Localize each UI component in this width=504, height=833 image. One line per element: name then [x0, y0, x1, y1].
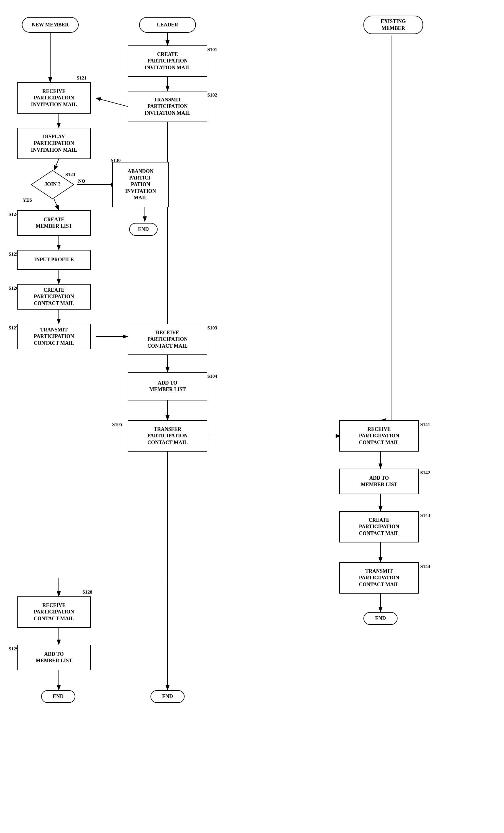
existing-member-node: EXISTINGMEMBER	[363, 16, 423, 34]
end-left: END	[41, 690, 75, 703]
s144-transmit-contact-mail: TRANSMITPARTICIPATIONCONTACT MAIL	[339, 562, 419, 594]
s121-receive-invitation-mail: RECEIVEPARTICIPATIONINVITATION MAIL	[17, 82, 91, 114]
s123-join-diamond: JOIN ?	[30, 169, 75, 200]
s130-abandon-mail: ABANDONPARTICI-PATIONINVITATIONMAIL	[112, 162, 169, 207]
s104-add-member-list: ADD TOMEMBER LIST	[128, 372, 207, 401]
s144-label: S144	[420, 564, 430, 569]
end-center: END	[150, 690, 185, 703]
s101-label: S101	[207, 47, 217, 52]
yes-label: YES	[23, 197, 32, 203]
s128-label: S128	[82, 589, 92, 595]
s122-display-invitation-mail: DISPLAYPARTICIPATIONINVITATION MAIL	[17, 128, 91, 159]
s124-create-member-list: CREATEMEMBER LIST	[17, 210, 91, 236]
end-s130: END	[129, 223, 158, 236]
no-label: NO	[78, 178, 86, 184]
s105-label: S105	[112, 422, 122, 427]
s128-receive-contact-mail: RECEIVEPARTICIPATIONCONTACT MAIL	[17, 596, 91, 628]
s103-receive-contact-mail: RECEIVEPARTICIPATIONCONTACT MAIL	[128, 324, 207, 355]
s129-add-member-list: ADD TOMEMBER LIST	[17, 645, 91, 670]
s126-create-contact-mail: CREATEPARTICIPATIONCONTACT MAIL	[17, 284, 91, 310]
arrows-svg	[0, 0, 504, 833]
s102-transmit-invitation-mail: TRANSMITPARTICIPATIONINVITATION MAIL	[128, 91, 207, 122]
end-s144: END	[363, 612, 398, 625]
svg-line-6	[54, 159, 59, 170]
s143-label: S143	[420, 513, 430, 518]
svg-line-4	[96, 98, 128, 106]
s141-label: S141	[420, 422, 430, 427]
s143-create-contact-mail: CREATEPARTICIPATIONCONTACT MAIL	[339, 511, 419, 543]
flowchart-diagram: NEW MEMBER LEADER EXISTINGMEMBER S101 CR…	[0, 0, 504, 833]
s141-receive-contact-mail: RECEIVEPARTICIPATIONCONTACT MAIL	[339, 420, 419, 452]
s102-label: S102	[207, 92, 217, 98]
s125-input-profile: INPUT PROFILE	[17, 250, 91, 270]
s121-label: S121	[77, 75, 87, 81]
s103-label: S103	[207, 325, 217, 331]
s101-create-invitation-mail: CREATEPARTICIPATIONINVITATION MAIL	[128, 45, 207, 77]
s142-add-member-list: ADD TOMEMBER LIST	[339, 469, 419, 494]
svg-line-9	[54, 199, 59, 210]
s127-transmit-contact-mail: TRANSMITPARTICIPATIONCONTACT MAIL	[17, 324, 91, 349]
new-member-node: NEW MEMBER	[22, 17, 79, 33]
s105-transfer-contact-mail: TRANSFERPARTICIPATIONCONTACT MAIL	[128, 420, 207, 452]
s104-label: S104	[207, 374, 217, 379]
leader-node: LEADER	[139, 17, 196, 33]
svg-text:JOIN ?: JOIN ?	[45, 182, 61, 187]
s142-label: S142	[420, 470, 430, 476]
